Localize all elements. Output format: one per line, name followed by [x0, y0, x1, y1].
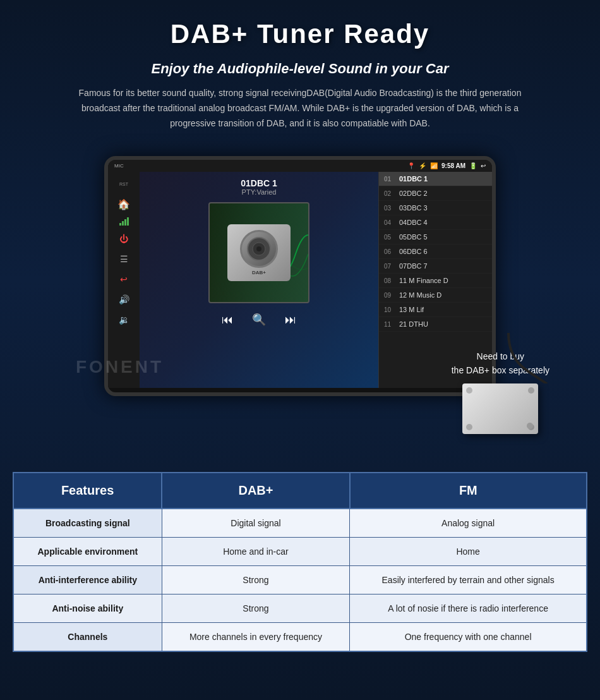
speaker-grill-svg	[246, 236, 272, 262]
signal-icon: 📶	[430, 162, 438, 169]
channel-num: 05	[384, 234, 395, 241]
channel-item[interactable]: 06 06DBC 6	[379, 244, 492, 259]
channel-num: 02	[384, 190, 395, 197]
album-art: DAB+	[208, 202, 309, 303]
channel-num: 10	[384, 306, 395, 313]
row4-fm: A lot of nosie if there is radio interfe…	[350, 594, 587, 623]
location-icon: 📍	[407, 162, 415, 169]
album-art-area: DAB+	[208, 202, 309, 303]
channel-item[interactable]: 02 02DBC 2	[379, 186, 492, 201]
channel-name: 01DBC 1	[399, 175, 428, 183]
channel-name: 21 DTHU	[399, 320, 428, 328]
status-time: 9:58 AM	[441, 162, 465, 169]
dab-box-screw-3	[466, 387, 472, 394]
signal-strength	[119, 217, 129, 226]
radio-label: DAB+	[252, 270, 266, 275]
channel-name: 12 M Music D	[399, 291, 441, 299]
row3-feature: Anti-interference ability	[13, 566, 162, 594]
row3-fm: Easily interfered by terrain and other s…	[350, 566, 587, 594]
row1-feature: Broadcasting signal	[13, 509, 162, 538]
table-row: Channels More channels in every frequenc…	[13, 623, 587, 652]
channel-num: 07	[384, 263, 395, 270]
channel-num: 01	[384, 176, 395, 183]
channel-item[interactable]: 03 03DBC 3	[379, 201, 492, 215]
radio-speaker	[240, 230, 278, 268]
prev-button[interactable]: ⏮	[222, 313, 233, 327]
status-left: MIC	[114, 163, 124, 169]
channel-item[interactable]: 05 05DBC 5	[379, 230, 492, 244]
track-pty: PTY:Varied	[241, 188, 277, 196]
header-features: Features	[13, 473, 162, 509]
channel-item[interactable]: 07 07DBC 7	[379, 259, 492, 274]
menu-icon-1[interactable]: ☰	[115, 252, 133, 266]
dab-box-area: Need to buy the DAB+ box separately	[452, 349, 549, 435]
channel-num: 11	[384, 321, 395, 328]
channel-name: 03DBC 3	[399, 204, 428, 212]
row2-fm: Home	[350, 538, 587, 566]
status-right: 📍 ⚡ 📶 9:58 AM 🔋 ↩	[407, 162, 486, 169]
rst-label: RST	[119, 182, 128, 186]
channel-num: 06	[384, 248, 395, 255]
row5-dab: More channels in every frequency	[162, 623, 350, 652]
channel-name: 04DBC 4	[399, 219, 428, 226]
search-button[interactable]: 🔍	[252, 313, 266, 327]
header-section: DAB+ Tuner Ready Enjoy the Audiophile-le…	[0, 0, 600, 143]
fonent-watermark: FONENT	[76, 357, 164, 377]
description-text: Famous for its better sound quality, str…	[73, 86, 527, 131]
row2-feature: Applicable environment	[13, 538, 162, 566]
radio-device: DAB+	[227, 224, 291, 281]
channel-item[interactable]: 09 12 M Music D	[379, 288, 492, 303]
back-nav-icon[interactable]: ↩	[115, 272, 133, 286]
header-fm: FM	[350, 473, 587, 509]
bluetooth-icon: ⚡	[419, 162, 426, 169]
track-name: 01DBC 1	[241, 178, 277, 188]
channel-item[interactable]: 01 01DBC 1	[379, 172, 492, 186]
svg-point-2	[256, 246, 261, 251]
battery-icon: 🔋	[469, 162, 477, 169]
channel-name: 02DBC 2	[399, 190, 428, 197]
header-dab: DAB+	[162, 473, 350, 509]
next-button[interactable]: ⏭	[285, 313, 296, 327]
channel-name: 11 M Finance D	[399, 277, 448, 284]
back-icon: ↩	[481, 162, 486, 169]
player-area: 01DBC 1 PTY:Varied	[140, 172, 378, 388]
channel-name: 07DBC 7	[399, 262, 428, 270]
table-row: Anti-noise ability Strong A lot of nosie…	[13, 594, 587, 623]
player-controls: ⏮ 🔍 ⏭	[222, 306, 296, 333]
vol-down-icon[interactable]: 🔉	[115, 313, 133, 327]
status-bar: MIC 📍 ⚡ 📶 9:58 AM 🔋 ↩	[108, 160, 492, 172]
channel-num: 03	[384, 205, 395, 212]
channel-num: 08	[384, 277, 395, 284]
dab-box-screw-2	[528, 387, 534, 394]
rst-icon: RST	[115, 177, 133, 191]
home-icon[interactable]: 🏠	[115, 197, 133, 211]
row1-fm: Analog signal	[350, 509, 587, 538]
channel-num: 09	[384, 292, 395, 299]
row4-feature: Anti-noise ability	[13, 594, 162, 623]
sub-title: Enjoy the Audiophile-level Sound in your…	[25, 61, 575, 77]
screen-section: MIC 📍 ⚡ 📶 9:58 AM 🔋 ↩ RS	[0, 143, 600, 402]
channel-item[interactable]: 11 21 DTHU	[379, 317, 492, 332]
power-icon[interactable]: ⏻	[115, 232, 133, 246]
row5-fm: One frequency with one channel	[350, 623, 587, 652]
channel-item[interactable]: 08 11 M Finance D	[379, 274, 492, 288]
table-row: Anti-interference ability Strong Easily …	[13, 566, 587, 594]
track-info: 01DBC 1 PTY:Varied	[241, 172, 277, 199]
vol-up-icon[interactable]: 🔊	[115, 293, 133, 306]
table-section: Features DAB+ FM Broadcasting signal Dig…	[13, 472, 587, 652]
dab-box-screw	[528, 424, 534, 430]
usb-cable-svg	[471, 333, 565, 383]
row1-dab: Digital signal	[162, 509, 350, 538]
table-row: Broadcasting signal Digital signal Analo…	[13, 509, 587, 538]
mic-label: MIC	[114, 163, 124, 169]
channel-item[interactable]: 04 04DBC 4	[379, 215, 492, 230]
row5-feature: Channels	[13, 623, 162, 652]
channel-name: 06DBC 6	[399, 248, 428, 255]
comparison-table: Features DAB+ FM Broadcasting signal Dig…	[13, 472, 587, 652]
channel-name: 05DBC 5	[399, 233, 428, 241]
channel-num: 04	[384, 219, 395, 226]
screen-content: RST 🏠 ⏻ ☰ ↩ 🔊 🔉	[108, 172, 492, 388]
channel-item[interactable]: 10 13 M Lif	[379, 303, 492, 317]
main-title: DAB+ Tuner Ready	[25, 19, 575, 49]
row3-dab: Strong	[162, 566, 350, 594]
